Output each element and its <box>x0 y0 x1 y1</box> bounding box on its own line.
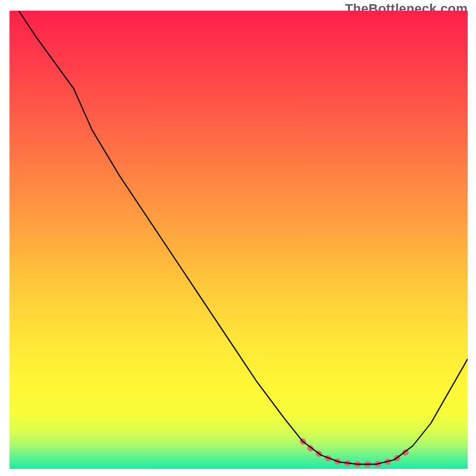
plot-area <box>10 11 468 469</box>
gradient-background <box>10 11 468 469</box>
chart-svg <box>10 11 468 469</box>
chart-container: TheBottleneck.com <box>0 0 476 476</box>
